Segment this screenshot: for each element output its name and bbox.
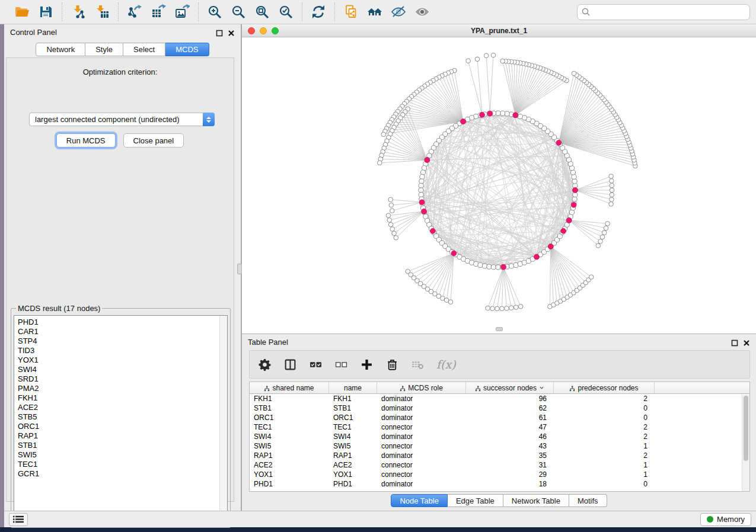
mcds-result-item[interactable]: ORC1 — [18, 422, 227, 431]
mcds-result-item[interactable]: YOX1 — [18, 355, 227, 365]
table-row[interactable]: ORC1ORC1dominator610 — [250, 413, 749, 422]
panel-menu-button[interactable] — [9, 513, 28, 526]
window-minimize-light[interactable] — [260, 27, 267, 34]
mcds-result-item[interactable]: FKH1 — [18, 393, 227, 403]
mcds-result-item[interactable]: STB1 — [18, 441, 227, 450]
import-table-button[interactable] — [93, 3, 111, 21]
mcds-result-list[interactable]: PHD1CAR1STP4TID3YOX1SWI4SRD1PMA2FKH1ACE2… — [14, 315, 228, 525]
mcds-result-item[interactable]: PHD1 — [18, 318, 227, 327]
table-row[interactable]: YOX1YOX1connector291 — [250, 470, 749, 479]
horizontal-splitter-grip[interactable] — [496, 327, 503, 331]
select-all-check-button[interactable] — [309, 357, 323, 371]
mcds-result-item[interactable]: RAP1 — [18, 431, 227, 441]
table-scrollbar[interactable] — [742, 395, 749, 492]
window-close-light[interactable] — [248, 27, 255, 34]
show-columns-button[interactable] — [283, 357, 298, 371]
mcds-result-item[interactable]: SWI5 — [18, 450, 227, 460]
tab-mcds[interactable]: MCDS — [165, 43, 209, 56]
column-header-shared-name[interactable]: shared name — [250, 382, 329, 393]
criterion-select[interactable]: largest connected component (undirected) — [29, 113, 215, 126]
tab-network-table[interactable]: Network Table — [503, 494, 569, 507]
table-row[interactable]: ACE2ACE2connector311 — [250, 460, 749, 470]
export-table-button[interactable] — [149, 3, 167, 21]
cell-MCDS-role: connector — [377, 423, 466, 431]
zoom-fit-button[interactable] — [253, 3, 271, 21]
show-all-button[interactable] — [413, 3, 431, 21]
mcds-result-item[interactable]: PMA2 — [18, 384, 227, 393]
cell-MCDS-role: connector — [377, 442, 466, 450]
table-row[interactable]: SWI4SWI4dominator462 — [250, 432, 749, 441]
mcds-result-item[interactable]: ACE2 — [18, 403, 227, 412]
mcds-result-item[interactable]: GCR1 — [18, 469, 227, 479]
network-canvas[interactable] — [242, 38, 756, 333]
table-row[interactable]: STB1STB1dominator620 — [250, 403, 749, 413]
table-row[interactable]: SWI5SWI5connector431 — [250, 441, 749, 451]
mcds-result-item[interactable]: STB5 — [18, 412, 227, 422]
first-neighbors-button[interactable] — [366, 3, 384, 21]
network-window-titlebar[interactable]: YPA_prune.txt_1 — [242, 24, 756, 37]
zoom-out-button[interactable] — [229, 3, 247, 21]
vertical-splitter-grip[interactable] — [237, 264, 242, 274]
import-network-button[interactable] — [69, 3, 87, 21]
hide-selected-button[interactable] — [390, 3, 407, 21]
mcds-result-item[interactable]: CAR1 — [18, 327, 227, 336]
mcds-result-item[interactable]: TEC1 — [18, 460, 227, 469]
refresh-button[interactable] — [310, 3, 327, 21]
export-image-button[interactable] — [173, 3, 191, 21]
close-table-panel-icon[interactable] — [743, 338, 750, 345]
tab-node-table[interactable]: Node Table — [391, 494, 448, 507]
deselect-all-check-button[interactable] — [334, 357, 349, 371]
float-table-panel-icon[interactable] — [731, 338, 738, 345]
table-row[interactable]: FKH1FKH1dominator962 — [250, 394, 749, 403]
memory-button[interactable]: Memory — [700, 513, 751, 526]
column-header-name[interactable]: name — [329, 382, 377, 393]
delete-row-button[interactable] — [385, 357, 400, 371]
tab-network[interactable]: Network — [36, 43, 85, 56]
satellite-nodes[interactable] — [378, 53, 638, 311]
cell-shared-name: TEC1 — [250, 423, 329, 431]
search-field — [577, 4, 750, 20]
tab-edge-table[interactable]: Edge Table — [448, 494, 503, 507]
run-mcds-button[interactable]: Run MCDS — [56, 133, 116, 148]
tab-motifs[interactable]: Motifs — [569, 494, 607, 507]
close-panel-icon[interactable] — [228, 28, 235, 36]
column-label: name — [344, 384, 362, 392]
cell-name: TEC1 — [329, 423, 377, 431]
criterion-select-value: largest connected component (undirected) — [30, 115, 203, 124]
cell-shared-name: RAP1 — [250, 451, 329, 460]
result-list-scrollbar[interactable] — [219, 316, 227, 524]
table-panel: Table Panel f(x) shared namenameMCDS rol… — [241, 334, 756, 511]
clone-network-button[interactable] — [342, 3, 360, 21]
table-row[interactable]: RAP1RAP1dominator352 — [250, 451, 749, 460]
zoom-in-button[interactable] — [206, 3, 224, 21]
window-zoom-light[interactable] — [272, 27, 279, 34]
select-stepper-icon — [203, 113, 215, 126]
tab-style[interactable]: Style — [85, 43, 123, 56]
column-header-MCDS-role[interactable]: MCDS role — [377, 382, 466, 393]
close-panel-button[interactable]: Close panel — [123, 133, 184, 148]
add-row-button[interactable] — [360, 357, 374, 371]
mcds-result-item[interactable]: SRD1 — [18, 374, 227, 384]
network-view-panel: YPA_prune.txt_1 — [241, 24, 756, 334]
cell-MCDS-role: dominator — [377, 404, 466, 412]
search-input[interactable] — [577, 4, 750, 20]
mcds-result-item[interactable]: STP4 — [18, 336, 227, 346]
cell-name: ACE2 — [329, 461, 377, 469]
export-network-button[interactable] — [126, 3, 143, 21]
tab-select[interactable]: Select — [123, 43, 165, 56]
table-scrollbar-thumb[interactable] — [744, 396, 748, 461]
table-row[interactable]: PHD1PHD1dominator180 — [250, 479, 749, 489]
column-header-predecessor-nodes[interactable]: predecessor nodes — [554, 382, 655, 393]
mcds-result-item[interactable]: SWI4 — [18, 365, 227, 374]
table-row[interactable]: TEC1TEC1connector472 — [250, 422, 749, 432]
mcds-panel-body: Optimization criterion: largest connecte… — [6, 57, 234, 502]
application-window: Control Panel NetworkStyleSelectMCDS Opt… — [0, 0, 756, 532]
float-panel-icon[interactable] — [216, 28, 223, 36]
node-table-header: shared namenameMCDS rolesuccessor nodesp… — [250, 382, 749, 394]
open-file-button[interactable] — [13, 3, 31, 21]
column-header-successor-nodes[interactable]: successor nodes — [466, 382, 554, 393]
mcds-result-item[interactable]: TID3 — [18, 346, 227, 355]
table-settings-button[interactable] — [258, 357, 272, 371]
save-session-button[interactable] — [37, 3, 55, 21]
zoom-selected-button[interactable] — [277, 3, 295, 21]
